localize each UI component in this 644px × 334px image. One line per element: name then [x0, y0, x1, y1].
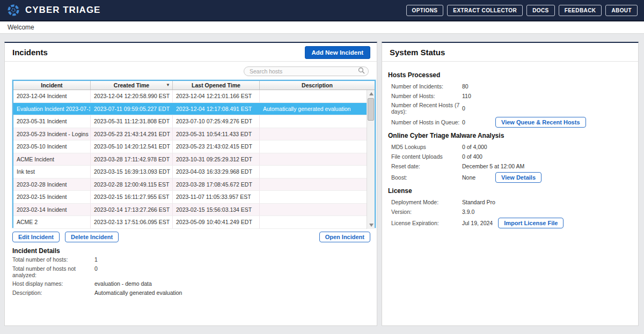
status-action-button[interactable]: Import License File [498, 218, 564, 228]
table-row[interactable]: Ink test 2023-03-15 16:39:13.093 EDT 202… [13, 166, 367, 179]
cell-incident: 2023-05-31 Incident [13, 115, 91, 128]
status-value: 0 [462, 105, 490, 112]
cell-last-opened-time: 2023-05-23 21:43:02.415 EDT [173, 140, 260, 153]
cell-description [260, 191, 367, 203]
status-row: File content Uploads 0 of 400 [391, 153, 633, 160]
app-title: CYBER TRIAGE [25, 5, 100, 16]
table-scrollbar[interactable] [367, 90, 375, 229]
system-status-body: Hosts Processed Number of Incidents: 80 … [388, 67, 633, 231]
scrollbar-thumb[interactable] [368, 98, 374, 121]
appbar-button[interactable]: ABOUT [605, 5, 638, 16]
incident-details-title: Incident Details [12, 247, 60, 255]
appbar-button[interactable]: EXTRACT COLLECTOR [447, 5, 523, 16]
sort-desc-icon: ▼ [166, 81, 170, 90]
status-row: Deployment Mode: Standard Pro [391, 198, 633, 206]
status-label: License Expiration: [391, 220, 462, 226]
cell-incident: ACME Incident [13, 153, 91, 166]
detail-row: Description: Automatically generated eva… [12, 290, 356, 296]
incidents-table-body: 2023-12-04 Incident 2023-12-04 12:20:58.… [13, 90, 375, 229]
detail-label: Description: [12, 290, 94, 296]
cell-incident: 2023-02-15 Incident [13, 191, 91, 203]
detail-value: 1 [94, 256, 98, 263]
status-value: 110 [462, 93, 490, 99]
table-row[interactable]: ACME 2 2023-02-13 17:51:06.095 EST 2023-… [13, 216, 367, 229]
incident-details: Total number of hosts: 1 Total number of… [12, 256, 356, 298]
license-title: License [388, 187, 633, 195]
incidents-table: Incident Created Time ▼ Last Opened Time… [12, 80, 376, 228]
cell-created-time: 2023-03-15 16:39:13.093 EDT [91, 166, 173, 178]
incidents-table-header: Incident Created Time ▼ Last Opened Time… [13, 81, 375, 90]
incidents-panel-header: Incidents Add New Incident [5, 43, 377, 62]
cell-incident: 2023-02-14 Incident [13, 204, 91, 216]
appbar-button[interactable]: OPTIONS [406, 5, 444, 16]
status-value: 80 [462, 83, 490, 90]
detail-row: Total number of hosts: 1 [12, 256, 356, 263]
status-value: None [462, 174, 490, 181]
search-hosts [244, 66, 369, 76]
column-header-created-time[interactable]: Created Time ▼ [91, 81, 173, 90]
system-status-header: System Status [382, 43, 638, 62]
tab-welcome[interactable]: Welcome [0, 21, 644, 34]
edit-incident-button[interactable]: Edit Incident [12, 232, 60, 242]
scroll-up-icon[interactable] [367, 90, 375, 98]
column-header-last-opened-time[interactable]: Last Opened Time [173, 81, 260, 90]
delete-incident-button[interactable]: Delete Incident [65, 232, 119, 242]
status-row: Number of Recent Hosts (7 days): 0 [391, 102, 633, 115]
cell-description: Automatically generated evaluation [260, 103, 367, 115]
add-new-incident-button[interactable]: Add New Incident [305, 46, 370, 59]
cyber-triage-logo-icon [6, 3, 20, 17]
cell-created-time: 2023-02-14 17:13:27.266 EST [91, 204, 173, 216]
table-row[interactable]: Evaluation Incident 2023-07-11 2023-07-1… [13, 103, 367, 116]
status-value: December 5 at 12:00 AM [462, 163, 524, 169]
cell-last-opened-time: 2023-05-09 10:40:41.249 EDT [173, 216, 260, 228]
status-label: Number of Hosts: [391, 93, 462, 99]
table-row[interactable]: 2023-02-15 Incident 2023-02-15 16:11:27.… [13, 191, 367, 204]
status-label: Boost: [391, 174, 462, 181]
table-row[interactable]: 2023-02-28 Incident 2023-02-28 12:00:49.… [13, 179, 367, 191]
appbar-button[interactable]: DOCS [526, 5, 555, 16]
cell-created-time: 2023-02-28 12:00:49.115 EST [91, 179, 173, 191]
status-row: Number of Hosts in Queue: 0 View Queue &… [391, 117, 633, 128]
appbar-buttons: OPTIONS EXTRACT COLLECTOR DOCS FEEDBACK … [406, 5, 638, 16]
table-row[interactable]: 2023-12-04 Incident 2023-12-04 12:20:58.… [13, 90, 367, 103]
status-label: Number of Hosts in Queue: [391, 119, 462, 125]
system-status-title: System Status [390, 48, 445, 57]
detail-row: Total number of hosts not analyzed: 0 [12, 265, 356, 278]
table-row[interactable]: 2023-05-10 Incident 2023-05-10 14:20:12.… [13, 140, 367, 153]
column-header-incident[interactable]: Incident [13, 81, 91, 90]
cell-last-opened-time: 2023-11-07 11:05:33.957 EST [173, 191, 260, 203]
status-action-button[interactable]: View Details [495, 172, 541, 183]
detail-value: evaluation - demo data [94, 280, 152, 287]
status-label: Deployment Mode: [391, 199, 462, 205]
cell-last-opened-time: 2023-03-28 17:08:45.672 EDT [173, 179, 260, 191]
status-row: Number of Hosts: 110 [391, 92, 633, 100]
table-row[interactable]: 2023-02-14 Incident 2023-02-14 17:13:27.… [13, 204, 367, 217]
column-header-description[interactable]: Description [260, 81, 375, 90]
scroll-down-icon[interactable] [367, 221, 375, 229]
status-row: MD5 Lookups 0 of 4,000 [391, 143, 633, 151]
cell-last-opened-time: 2023-12-04 12:21:01.166 EST [173, 90, 260, 102]
status-row: Number of Incidents: 80 [391, 83, 633, 90]
cell-created-time: 2023-02-13 17:51:06.095 EST [91, 216, 173, 228]
cell-incident: 2023-02-28 Incident [13, 179, 91, 191]
open-incident-button[interactable]: Open Incident [319, 232, 370, 242]
search-hosts-input[interactable] [244, 66, 369, 76]
cell-created-time: 2023-07-11 09:59:05.227 EDT [91, 103, 173, 115]
cell-description [260, 140, 367, 153]
table-row[interactable]: ACME Incident 2023-03-28 17:11:42.978 ED… [13, 153, 367, 166]
table-row[interactable]: 2023-05-23 Incident - Logins 2023-05-23 … [13, 128, 367, 141]
appbar-button[interactable]: FEEDBACK [559, 5, 602, 16]
incidents-title: Incidents [12, 48, 48, 57]
cell-created-time: 2023-05-31 11:12:31.808 EDT [91, 115, 173, 128]
cell-description [260, 216, 367, 228]
cell-last-opened-time: 2023-02-15 15:56:03.134 EST [173, 204, 260, 216]
table-row[interactable]: 2023-05-31 Incident 2023-05-31 11:12:31.… [13, 115, 367, 128]
hosts-processed-title: Hosts Processed [388, 71, 633, 79]
cell-description [260, 204, 367, 216]
detail-label: Total number of hosts not analyzed: [12, 265, 94, 278]
status-label: MD5 Lookups [391, 144, 462, 150]
cell-created-time: 2023-05-23 21:43:14.291 EDT [91, 128, 173, 140]
cell-incident: Ink test [13, 166, 91, 178]
status-action-button[interactable]: View Queue & Recent Hosts [495, 117, 586, 128]
cell-description [260, 179, 367, 191]
